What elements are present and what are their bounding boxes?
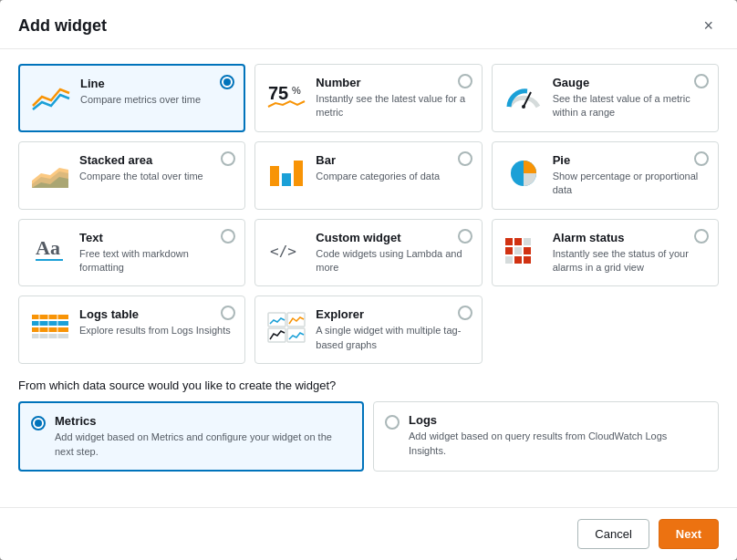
svg-marker-6 [32, 168, 68, 188]
explorer-radio[interactable] [458, 306, 472, 320]
custom-widget-desc: Code widgets using Lambda and more [316, 247, 470, 275]
logs-table-name: Logs table [79, 307, 234, 321]
svg-rect-25 [32, 327, 68, 332]
alarm-status-name: Alarm status [553, 231, 707, 244]
svg-text:%: % [292, 85, 301, 96]
svg-rect-22 [524, 256, 531, 264]
alarm-status-desc: Instantly see the status of your alarms … [553, 247, 707, 275]
data-source-radio-logs[interactable] [385, 415, 400, 430]
svg-rect-33 [287, 328, 305, 342]
svg-rect-24 [32, 321, 68, 326]
stacked-area-info: Stacked areaCompare the total over time [79, 153, 234, 183]
svg-rect-14 [505, 238, 513, 245]
svg-rect-16 [524, 238, 531, 245]
bar-desc: Compare categories of data [316, 170, 470, 183]
svg-rect-23 [32, 315, 68, 319]
gauge-icon [503, 76, 544, 116]
svg-rect-26 [32, 334, 68, 338]
data-source-card-metrics[interactable]: MetricsAdd widget based on Metrics and c… [18, 401, 364, 472]
widget-card-gauge[interactable]: GaugeSee the latest value of a metric wi… [492, 64, 719, 132]
widget-card-explorer[interactable]: ExplorerA single widget with multiple ta… [254, 296, 482, 364]
pie-name: Pie [553, 153, 707, 167]
gauge-info: GaugeSee the latest value of a metric wi… [553, 76, 707, 120]
data-source-label: From which data source would you like to… [18, 379, 719, 392]
data-source-grid: MetricsAdd widget based on Metrics and c… [18, 401, 719, 472]
svg-rect-9 [294, 161, 303, 186]
stacked-area-icon [30, 153, 70, 193]
number-info: NumberInstantly see the latest value for… [316, 76, 470, 120]
gauge-desc: See the latest value of a metric within … [553, 92, 707, 120]
bar-radio[interactable] [458, 151, 472, 166]
data-source-info-logs: LogsAdd widget based on query results fr… [409, 413, 707, 458]
widget-card-stacked-area[interactable]: Stacked areaCompare the total over time [18, 141, 245, 210]
custom-widget-info: Custom widgetCode widgets using Lambda a… [316, 231, 470, 275]
alarm-status-radio[interactable] [694, 229, 709, 244]
data-source-card-logs[interactable]: LogsAdd widget based on query results fr… [373, 401, 719, 472]
data-source-desc-metrics: Add widget based on Metrics and configur… [55, 430, 351, 459]
widget-card-alarm-status[interactable]: Alarm statusInstantly see the status of … [492, 219, 719, 287]
data-source-name-logs: Logs [409, 413, 707, 427]
explorer-desc: A single widget with multiple tag-based … [316, 324, 470, 352]
explorer-icon [266, 307, 306, 347]
modal-title: Add widget [18, 16, 107, 36]
logs-table-info: Logs tableExplore results from Logs Insi… [79, 307, 234, 337]
modal-body: LineCompare metrics over time 75 % Numbe… [0, 49, 737, 507]
data-source-section: From which data source would you like to… [18, 379, 719, 472]
svg-rect-15 [514, 238, 522, 245]
svg-rect-19 [524, 247, 531, 254]
text-name: Text [79, 231, 234, 244]
add-widget-modal: Add widget × LineCompare metrics over ti… [0, 0, 737, 560]
modal-header: Add widget × [0, 0, 737, 49]
svg-rect-7 [270, 166, 279, 186]
svg-rect-8 [282, 173, 291, 186]
cancel-button[interactable]: Cancel [577, 519, 649, 549]
custom-widget-radio[interactable] [458, 229, 472, 244]
data-source-desc-logs: Add widget based on query results from C… [409, 430, 707, 458]
widget-card-logs-table[interactable]: Logs tableExplore results from Logs Insi… [18, 296, 245, 364]
svg-rect-18 [514, 247, 522, 254]
widget-card-bar[interactable]: BarCompare categories of data [254, 141, 482, 210]
svg-text:Aa: Aa [36, 236, 60, 259]
svg-point-3 [522, 105, 525, 109]
text-info: TextFree text with markdown formatting [79, 231, 234, 275]
explorer-info: ExplorerA single widget with multiple ta… [316, 307, 470, 352]
close-button[interactable]: × [698, 15, 719, 37]
pie-info: PieShow percentage or proportional data [553, 153, 707, 198]
text-radio[interactable] [221, 229, 235, 244]
widget-card-text[interactable]: Aa TextFree text with markdown formattin… [18, 219, 245, 287]
data-source-radio-metrics[interactable] [31, 416, 46, 430]
modal-footer: Cancel Next [0, 507, 737, 560]
data-source-name-metrics: Metrics [55, 414, 351, 428]
line-icon [31, 77, 71, 117]
line-name: Line [80, 77, 233, 90]
number-icon: 75 % [266, 76, 306, 116]
logs-table-desc: Explore results from Logs Insights [79, 324, 234, 337]
number-radio[interactable] [458, 74, 472, 88]
svg-rect-31 [287, 313, 305, 327]
stacked-area-radio[interactable] [221, 151, 235, 166]
svg-text:75: 75 [268, 83, 288, 103]
widget-card-pie[interactable]: PieShow percentage or proportional data [492, 141, 719, 210]
alarm-status-icon [503, 231, 544, 271]
widget-card-custom-widget[interactable]: </> Custom widgetCode widgets using Lamb… [254, 219, 482, 287]
custom-widget-name: Custom widget [316, 231, 470, 244]
pie-desc: Show percentage or proportional data [553, 170, 707, 198]
svg-rect-17 [505, 247, 513, 254]
custom-widget-icon: </> [266, 231, 306, 271]
next-button[interactable]: Next [659, 519, 719, 549]
pie-radio[interactable] [694, 151, 709, 166]
explorer-name: Explorer [316, 307, 470, 321]
widget-card-line[interactable]: LineCompare metrics over time [18, 64, 245, 132]
text-desc: Free text with markdown formatting [79, 247, 234, 275]
widget-grid: LineCompare metrics over time 75 % Numbe… [18, 64, 719, 364]
gauge-radio[interactable] [694, 74, 709, 88]
bar-name: Bar [316, 153, 470, 167]
svg-rect-21 [514, 256, 522, 264]
pie-icon [503, 153, 544, 193]
line-desc: Compare metrics over time [80, 93, 233, 107]
widget-card-number[interactable]: 75 % NumberInstantly see the latest valu… [254, 64, 482, 132]
bar-info: BarCompare categories of data [316, 153, 470, 183]
gauge-name: Gauge [553, 76, 707, 89]
number-name: Number [316, 76, 470, 89]
number-desc: Instantly see the latest value for a met… [316, 92, 470, 120]
